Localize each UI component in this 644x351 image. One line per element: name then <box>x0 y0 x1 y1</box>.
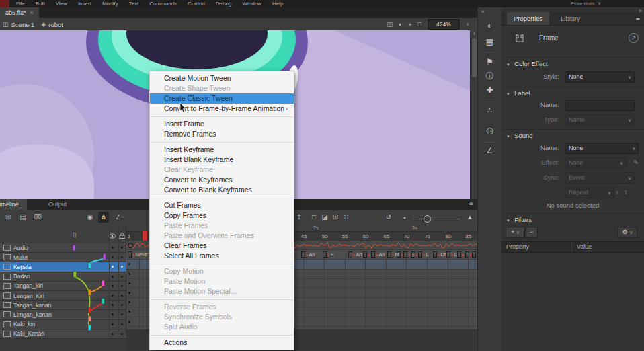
export-frames-button[interactable]: ↥ <box>294 212 305 223</box>
menubar-item-edit[interactable]: Edit <box>30 0 50 7</box>
collapse-panels-icon[interactable]: « <box>481 8 485 15</box>
filter-options-button[interactable]: ⚙ ∨ <box>618 227 637 238</box>
zoom-level-input[interactable]: 424% <box>428 20 460 30</box>
sound-name-dropdown[interactable]: None ∨ <box>565 143 639 154</box>
context-menu-item[interactable]: Insert Blank Keyframe <box>150 155 294 165</box>
lipsync-keyframe[interactable]: ▸ <box>457 251 465 258</box>
context-menu-item[interactable]: Convert to Keyframes <box>150 175 294 185</box>
menubar-item-window[interactable]: Window <box>237 0 266 7</box>
zoom-out-frames-icon[interactable]: ▴ <box>399 212 410 223</box>
reset-timeline-zoom-button[interactable]: ↺ <box>383 212 394 223</box>
tab-timeline[interactable]: Timeline <box>0 199 27 210</box>
edit-scene-button[interactable]: ◫ <box>387 21 393 28</box>
panel-menu-icon[interactable]: ≡ <box>469 200 473 207</box>
share-icon[interactable]: ↗ <box>629 33 639 43</box>
delete-layer-button[interactable]: ⌧ <box>32 212 43 223</box>
section-filters[interactable]: ▾ Filters <box>501 213 644 227</box>
edit-sound-icon[interactable]: ✎ <box>633 159 639 166</box>
panel-menu-icon[interactable]: ≡ <box>636 12 640 25</box>
tab-output[interactable]: Output <box>42 199 73 210</box>
context-menu-item[interactable]: Select All Frames <box>150 251 294 261</box>
menubar-item-file[interactable]: File <box>11 0 30 7</box>
layer-row-lengan_kiri[interactable]: Lengan_Kiri <box>0 291 126 301</box>
align-panel-icon[interactable]: ⚑ <box>478 57 501 67</box>
context-menu-item[interactable]: Actions <box>150 338 294 348</box>
layer-row-lengan_kanan[interactable]: Lengan_kanan <box>0 310 126 319</box>
scroll-up-icon[interactable]: ∧ <box>471 30 477 37</box>
workspace-switcher[interactable]: Essentials ∨ <box>570 1 601 7</box>
onion-skin-button[interactable]: □ <box>309 212 319 223</box>
layer-row-tangan_kiri[interactable]: Tangan_kiri <box>0 282 126 291</box>
menubar-item-insert[interactable]: Insert <box>73 0 97 7</box>
context-menu-item[interactable]: Insert Frame <box>150 119 294 129</box>
menubar-item-commands[interactable]: Commands <box>144 0 182 7</box>
parent-view-button[interactable]: ⋔ <box>98 212 109 223</box>
new-folder-button[interactable]: ▤ <box>17 212 28 223</box>
context-menu-item[interactable]: Convert to Frame-by-Frame Animation› <box>150 104 294 114</box>
stage-vertical-scrollbar[interactable]: ∧ <box>470 30 477 199</box>
clip-content-button[interactable]: □ <box>417 21 421 28</box>
frame-zoom-slider[interactable] <box>413 219 460 219</box>
layer-row-kepala[interactable]: Kepala <box>0 262 126 272</box>
layer-row-kaki_kanan[interactable]: Kaki_Kanan <box>0 329 126 339</box>
lipsync-keyframe[interactable]: ▸S <box>323 251 334 258</box>
brushes-panel-icon[interactable]: ∴ <box>478 106 501 115</box>
symbol-breadcrumb[interactable]: robot <box>48 21 63 28</box>
lock-icon[interactable] <box>119 233 125 239</box>
menubar-item-control[interactable]: Control <box>182 0 210 7</box>
layer-row-tangan_kanan[interactable]: Tangan_kanan <box>0 301 126 310</box>
scene-breadcrumb[interactable]: Scene 1 <box>11 21 35 28</box>
document-tab[interactable]: ab5.fla* × <box>0 7 39 18</box>
tab-properties[interactable]: Properties <box>507 12 549 25</box>
layer-row-kaki_kiri[interactable]: Kaki_kiri <box>0 320 126 329</box>
menubar-item-view[interactable]: View <box>50 0 73 7</box>
context-menu-item[interactable]: Create Motion Tween <box>150 73 294 83</box>
layer-row-badan[interactable]: Badan <box>0 272 126 282</box>
menubar-item-help[interactable]: Help <box>267 0 288 7</box>
section-label[interactable]: ▾ Label <box>501 87 644 100</box>
modify-markers-button[interactable]: ∷ <box>341 212 352 223</box>
onion-outline-button[interactable]: ◪ <box>319 212 330 223</box>
context-menu-item[interactable]: Remove Frames <box>150 129 294 139</box>
playhead[interactable] <box>143 231 147 241</box>
motion-editor-icon[interactable]: ∠ <box>478 146 501 155</box>
layer-row-mulut[interactable]: Mulut <box>0 253 126 262</box>
add-filter-button[interactable]: + ∨ <box>506 227 525 238</box>
label-name-input[interactable] <box>565 100 635 111</box>
remove-filter-button[interactable]: − <box>526 227 538 238</box>
layer-lock-toggle[interactable] <box>117 333 126 335</box>
layer-row-audio[interactable]: Audio <box>0 243 126 253</box>
section-color-effect[interactable]: ▾ Color Effect <box>501 57 644 71</box>
info-panel-icon[interactable]: ⓘ <box>478 71 501 82</box>
zoom-dropdown-icon[interactable]: ∨ <box>466 22 469 27</box>
lipsync-keyframe[interactable]: ▸Ah <box>301 251 315 258</box>
frame-zoom-slider-knob[interactable] <box>424 215 431 223</box>
close-icon[interactable]: × <box>30 9 34 16</box>
tab-library[interactable]: Library <box>554 12 587 25</box>
lipsync-keyframe[interactable]: ▸Ah <box>348 251 362 258</box>
context-menu-item[interactable]: Cut Frames <box>150 200 294 210</box>
layer-visibility-toggle[interactable] <box>108 333 117 335</box>
color-panel-icon[interactable]: ◐ <box>478 21 501 30</box>
style-dropdown[interactable]: None ∨ <box>565 71 635 83</box>
camera-button[interactable]: ◉ <box>85 212 95 223</box>
lipsync-keyframe[interactable]: ▸Uh <box>433 251 447 258</box>
context-menu-item[interactable]: Copy Frames <box>150 210 294 221</box>
section-sound[interactable]: ▾ Sound <box>501 129 644 143</box>
context-menu-item[interactable]: Convert to Blank Keyframes <box>150 185 294 195</box>
cc-libraries-icon[interactable]: ◎ <box>478 126 501 135</box>
zoom-in-frames-icon[interactable]: ▲ <box>465 212 475 223</box>
lipsync-keyframe[interactable]: ▸L <box>418 251 429 258</box>
menubar-item-text[interactable]: Text <box>123 0 144 7</box>
scrollbar-thumb[interactable] <box>472 38 477 77</box>
lipsync-keyframe[interactable]: ▸D <box>446 251 458 258</box>
edit-symbols-button[interactable]: ◐ <box>399 21 402 28</box>
context-menu-item[interactable]: Insert Keyframe <box>150 145 294 155</box>
center-frame-button[interactable]: ⌖ <box>408 21 411 28</box>
graph-view-button[interactable]: ∠ <box>113 212 124 223</box>
context-menu-item[interactable]: Create Classic Tween <box>150 93 294 104</box>
menubar-item-modify[interactable]: Modify <box>97 0 124 7</box>
context-menu-item[interactable]: Clear Frames <box>150 241 294 251</box>
new-layer-button[interactable]: ⊞ <box>3 212 13 223</box>
lipsync-keyframe[interactable]: ▸ <box>363 251 371 258</box>
